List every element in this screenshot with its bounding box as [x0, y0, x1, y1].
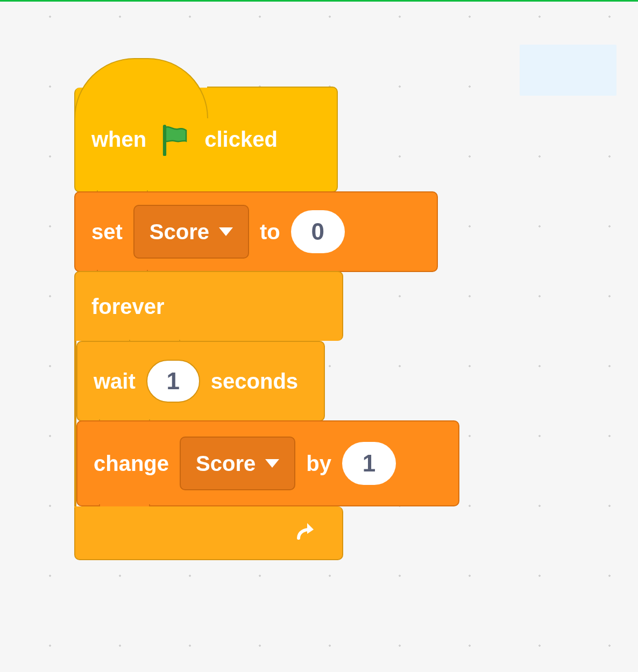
wait-input[interactable]: 1 [146, 360, 200, 403]
variable-dropdown-change[interactable]: Score [180, 437, 295, 490]
green-flag-icon [159, 124, 192, 156]
forever-label: forever [91, 295, 165, 319]
change-variable-block[interactable]: change Score by 1 [76, 420, 459, 506]
hat-text-when: when [91, 127, 146, 152]
set-variable-block[interactable]: set Score to 0 [74, 191, 438, 272]
change-label: change [94, 452, 169, 476]
by-label: by [306, 452, 331, 476]
chevron-down-icon [265, 459, 279, 468]
wait-label: wait [94, 369, 136, 394]
seconds-label: seconds [211, 369, 298, 394]
change-value-text: 1 [363, 450, 375, 477]
to-label: to [260, 220, 280, 244]
loop-arrow-icon [292, 519, 318, 547]
change-value-input[interactable]: 1 [342, 442, 396, 485]
forever-block[interactable]: forever wait 1 seconds change [74, 271, 343, 560]
wait-block[interactable]: wait 1 seconds [76, 341, 325, 421]
chevron-down-icon [219, 227, 233, 236]
script-stack[interactable]: when clicked set Score to 0 forever [74, 58, 438, 560]
variable-dropdown[interactable]: Score [133, 205, 249, 259]
selection-highlight [520, 45, 616, 96]
set-label: set [91, 220, 123, 244]
when-flag-clicked-block[interactable]: when clicked [74, 88, 338, 192]
wait-value: 1 [167, 368, 180, 395]
hat-text-clicked: clicked [204, 127, 278, 152]
dropdown-value: Score [150, 220, 209, 244]
dropdown-value-change: Score [196, 452, 256, 476]
value-input[interactable]: 0 [291, 210, 345, 253]
value-text: 0 [311, 218, 324, 245]
